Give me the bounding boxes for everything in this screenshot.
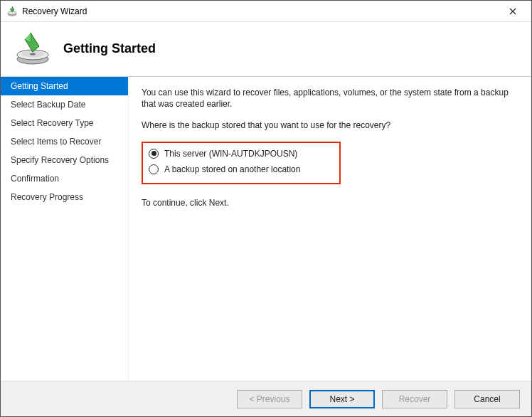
radio-this-server[interactable]: This server (WIN-AUTDKJPOUSN) [147,146,335,162]
continue-hint: To continue, click Next. [142,197,518,208]
svg-point-5 [30,53,36,56]
titlebar: Recovery Wizard [1,1,531,22]
steps-sidebar: Getting Started Select Backup Date Selec… [1,77,129,381]
step-select-items-to-recover[interactable]: Select Items to Recover [1,132,128,151]
wizard-header-icon [15,31,50,66]
radio-label: A backup stored on another location [164,164,300,174]
intro-text: You can use this wizard to recover files… [142,87,518,110]
previous-button: < Previous [237,390,302,408]
recovery-wizard-window: Recovery Wizard Getting Started Getting … [0,0,532,417]
wizard-header: Getting Started [1,22,531,76]
radio-another-location[interactable]: A backup stored on another location [147,162,335,177]
step-confirmation[interactable]: Confirmation [1,169,128,188]
step-recovery-progress[interactable]: Recovery Progress [1,188,128,206]
step-select-recovery-type[interactable]: Select Recovery Type [1,114,128,132]
radio-icon [149,164,159,174]
wizard-body: Getting Started Select Backup Date Selec… [1,76,531,381]
backup-location-group: This server (WIN-AUTDKJPOUSN) A backup s… [142,142,341,184]
cancel-button[interactable]: Cancel [454,390,520,408]
wizard-content: You can use this wizard to recover files… [129,77,531,381]
recover-button: Recover [382,390,447,408]
next-button[interactable]: Next > [309,390,375,408]
window-title: Recovery Wizard [22,6,499,16]
step-getting-started[interactable]: Getting Started [1,77,128,95]
step-specify-recovery-options[interactable]: Specify Recovery Options [1,151,128,169]
radio-icon [149,149,159,159]
step-select-backup-date[interactable]: Select Backup Date [1,95,128,114]
app-icon [6,6,18,17]
wizard-footer: < Previous Next > Recover Cancel [1,381,531,416]
radio-label: This server (WIN-AUTDKJPOUSN) [164,149,297,159]
wizard-header-title: Getting Started [63,41,156,56]
question-text: Where is the backup stored that you want… [142,120,518,131]
close-button[interactable] [499,1,527,21]
